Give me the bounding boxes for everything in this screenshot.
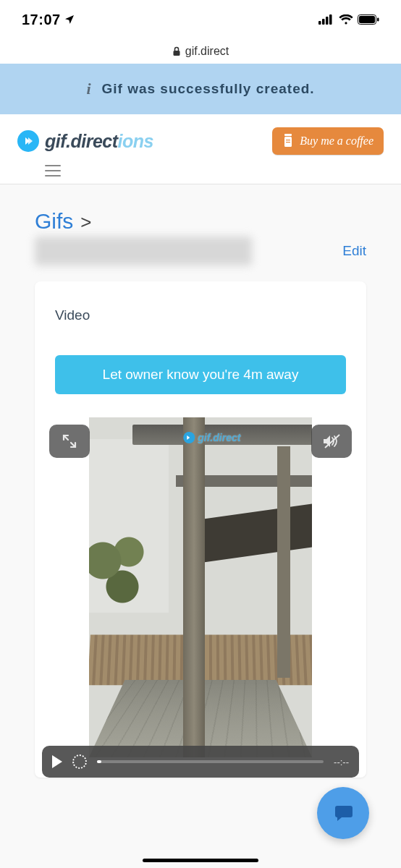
video-watermark: gif.direct <box>183 432 240 443</box>
video-area: gif.direct <box>55 417 346 757</box>
buy-coffee-button[interactable]: Buy me a coffee <box>272 127 384 155</box>
svg-rect-3 <box>329 14 332 25</box>
home-indicator[interactable] <box>143 859 258 862</box>
success-banner: i Gif was successfully created. <box>0 64 401 114</box>
time-remaining: --:-- <box>334 757 349 767</box>
status-bar: 17:07 <box>0 0 401 39</box>
chat-bubble-icon <box>333 804 353 822</box>
browser-url-bar[interactable]: gif.direct <box>0 39 401 64</box>
chat-fab[interactable] <box>317 787 369 839</box>
clock-text: 17:07 <box>22 12 61 28</box>
brand[interactable]: gif.directions <box>17 130 153 152</box>
breadcrumb: Gifs > <box>35 209 366 234</box>
banner-text: Gif was successfully created. <box>102 81 315 97</box>
svg-rect-2 <box>326 17 329 25</box>
brand-text: gif.directions <box>45 131 153 152</box>
svg-rect-10 <box>286 140 290 140</box>
location-arrow-icon <box>64 14 75 25</box>
svg-rect-9 <box>284 134 292 136</box>
svg-rect-1 <box>322 19 325 25</box>
buy-coffee-label: Buy me a coffee <box>300 135 373 148</box>
svg-rect-11 <box>286 142 290 142</box>
notify-owner-button[interactable]: Let owner know you're 4m away <box>55 355 346 394</box>
progress-bar[interactable] <box>97 760 324 763</box>
cellular-icon <box>318 14 334 25</box>
watermark-text: gif.direct <box>198 432 240 443</box>
breadcrumb-separator: > <box>80 211 91 234</box>
loading-spinner-icon <box>72 754 87 769</box>
info-icon: i <box>86 80 91 98</box>
brand-logo-icon <box>17 130 39 152</box>
video-card: Video Let owner know you're 4m away <box>35 281 366 778</box>
lock-icon <box>172 46 181 56</box>
wifi-icon <box>339 14 353 25</box>
url-host: gif.direct <box>185 45 229 58</box>
card-section-label: Video <box>55 307 346 323</box>
mute-button[interactable] <box>311 425 352 458</box>
page-title-redacted <box>35 237 252 265</box>
video-frame[interactable]: gif.direct <box>89 417 312 757</box>
svg-rect-7 <box>173 51 180 56</box>
svg-rect-0 <box>318 21 321 25</box>
hamburger-menu-button[interactable] <box>45 165 61 176</box>
edit-link[interactable]: Edit <box>342 243 366 259</box>
svg-rect-6 <box>377 18 379 22</box>
svg-rect-5 <box>359 16 375 23</box>
breadcrumb-root-link[interactable]: Gifs <box>35 209 73 234</box>
coffee-cup-icon <box>282 134 294 148</box>
battery-icon <box>358 14 379 25</box>
site-header: gif.directions Buy me a coffee <box>0 114 401 184</box>
expand-icon <box>62 433 77 449</box>
video-player-bar: --:-- <box>42 746 359 778</box>
play-button[interactable] <box>52 755 62 768</box>
brand-text-light: ions <box>118 131 153 151</box>
watermark-logo-icon <box>183 432 195 443</box>
main-content: Gifs > Edit Video Let owner know you're … <box>0 184 401 778</box>
brand-text-dark: gif.direct <box>45 131 118 151</box>
volume-muted-icon <box>322 433 341 449</box>
status-right-icons <box>318 14 379 25</box>
status-time: 17:07 <box>22 12 75 28</box>
fullscreen-button[interactable] <box>49 425 90 458</box>
